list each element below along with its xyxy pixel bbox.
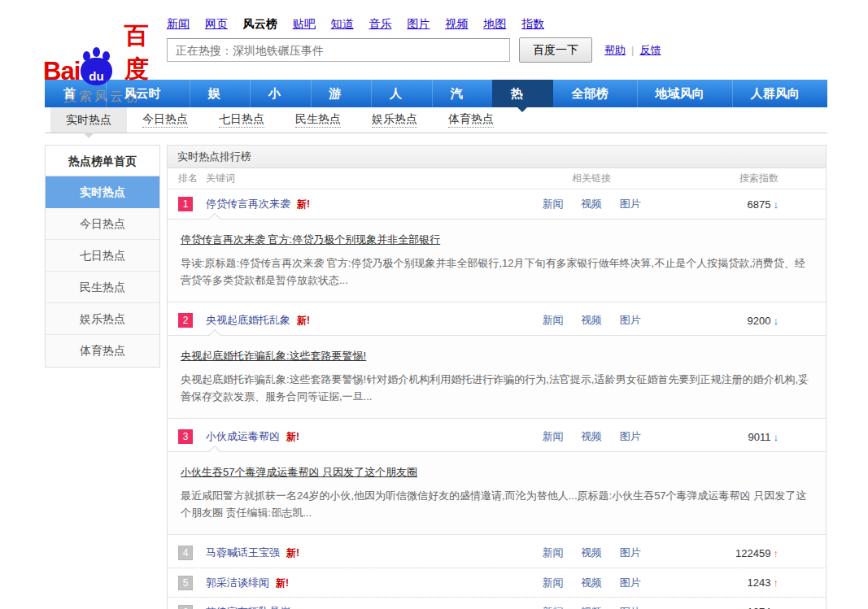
sidebar-item-sports[interactable]: 体育热点 [46, 335, 159, 367]
content-area: 热点榜单首页 实时热点 今日热点 七日热点 民生热点 娱乐热点 体育热点 实时热… [45, 145, 868, 609]
news-link[interactable]: 新闻 [542, 314, 563, 326]
news-link[interactable]: 新闻 [542, 576, 563, 589]
video-link[interactable]: 视频 [581, 198, 602, 210]
top-nav-fengyunbang[interactable]: 风云榜 [243, 17, 277, 30]
news-link[interactable]: 新闻 [542, 606, 563, 609]
detail-title-link[interactable]: 停贷传言再次来袭 官方:停贷乃极个别现象并非全部银行 [181, 233, 440, 247]
logo-text-baidu-cn: 百度 [113, 20, 161, 86]
keyword-link[interactable]: 马蓉喊话王宝强 [206, 546, 280, 559]
top-nav-index[interactable]: 指数 [521, 17, 544, 30]
rank-badge: 3 [178, 429, 193, 444]
news-link[interactable]: 新闻 [542, 198, 563, 210]
detail-description: 最近咸阳警方就抓获一名24岁的小伙,他因为听信微信好友的盛情邀请,而沦为替他人.… [181, 487, 811, 521]
sidebar-item-today[interactable]: 今日热点 [46, 208, 159, 240]
rank-badge: 2 [178, 313, 193, 328]
page-header: Bai du 百度 搜索风云榜 新闻 网页 风云榜 贴吧 知道 音乐 图片 视频… [0, 0, 868, 80]
keyword-link[interactable]: 小伙成运毒帮凶 [206, 430, 280, 442]
video-link[interactable]: 视频 [581, 546, 602, 559]
news-link[interactable]: 新闻 [542, 430, 563, 442]
main-nav-all-lists[interactable]: 全部榜单 [553, 80, 637, 107]
table-row: 1 停贷传言再次来袭新! 新闻 视频 图片 6875↓ [168, 189, 826, 219]
image-link[interactable]: 图片 [620, 430, 641, 442]
top-nav-music[interactable]: 音乐 [369, 17, 391, 30]
main-nav-home[interactable]: 首页 [45, 80, 106, 107]
image-link[interactable]: 图片 [620, 546, 641, 559]
trend-up-icon: ↑ [774, 547, 779, 559]
new-badge: 新! [297, 198, 310, 210]
baidu-search-button[interactable]: 百度一下 [519, 37, 592, 63]
sub-nav-sports[interactable]: 体育热点 [433, 107, 509, 133]
top-nav-map[interactable]: 地图 [483, 17, 506, 30]
help-link[interactable]: 帮助 [604, 44, 626, 56]
top-nav-video[interactable]: 视频 [445, 17, 468, 30]
table-header: 排名 关键词 相关链接 搜索指数 [168, 168, 826, 189]
sub-nav-seven-day[interactable]: 七日热点 [203, 107, 280, 133]
main-nav-hotspot[interactable]: 热点 [492, 80, 553, 107]
top-nav-news[interactable]: 新闻 [167, 17, 190, 30]
video-link[interactable]: 视频 [581, 606, 602, 609]
image-link[interactable]: 图片 [620, 606, 641, 609]
ranking-panel: 实时热点排行榜 排名 关键词 相关链接 搜索指数 1 停贷传言再次来袭新! 新闻… [167, 145, 827, 609]
keyword-link[interactable]: 菲律宾车辆坠悬崖 [206, 606, 290, 609]
video-link[interactable]: 视频 [581, 314, 602, 326]
news-link[interactable]: 新闻 [542, 546, 563, 559]
top-nav-web[interactable]: 网页 [205, 17, 228, 30]
keyword-link[interactable]: 央视起底婚托乱象 [206, 314, 290, 326]
sidebar-item-realtime[interactable]: 实时热点 [46, 176, 159, 208]
main-nav-entertainment[interactable]: 娱乐 [190, 80, 251, 107]
keyword-link[interactable]: 郭采洁谈绯闻 [206, 576, 269, 589]
table-row: 3 小伙成运毒帮凶新! 新闻 视频 图片 9011↓ [168, 422, 826, 451]
sub-nav-realtime[interactable]: 实时热点 [50, 107, 127, 133]
col-rank: 排名 [178, 172, 206, 185]
sidebar-item-livelihood[interactable]: 民生热点 [46, 272, 159, 303]
video-link[interactable]: 视频 [581, 576, 602, 589]
rank-badge: 4 [178, 546, 193, 560]
top-nav-tieba[interactable]: 贴吧 [293, 17, 316, 30]
detail-title-link[interactable]: 小伙生吞57个毒弹成运毒帮凶 只因发了这个朋友圈 [181, 465, 417, 480]
main-nav-novel[interactable]: 小说 [250, 80, 311, 107]
search-input[interactable] [167, 38, 510, 62]
new-badge: 新! [286, 547, 299, 559]
new-badge: 新! [276, 577, 289, 589]
col-keyword: 关键词 [206, 172, 522, 185]
main-nav-region-trend[interactable]: 地域风向标 [637, 80, 732, 107]
main-nav-game[interactable]: 游戏 [311, 80, 372, 107]
detail-title-link[interactable]: 央视起底婚托诈骗乱象:这些套路要警惕! [181, 349, 366, 363]
table-row: 2 央视起底婚托乱象新! 新闻 视频 图片 9200↓ [168, 306, 826, 335]
main-nav-people-trend[interactable]: 人群风向标 [732, 80, 827, 107]
sidebar-item-entertainment[interactable]: 娱乐热点 [46, 303, 159, 335]
trend-up-icon: ↑ [774, 606, 779, 609]
sidebar: 热点榜单首页 实时热点 今日热点 七日热点 民生热点 娱乐热点 体育热点 [45, 145, 160, 368]
col-index: 搜索指数 [661, 172, 779, 185]
main-nav-fengyun-news[interactable]: 风云时讯 [106, 80, 190, 107]
sub-nav-entertainment[interactable]: 娱乐热点 [356, 107, 433, 133]
top-nav-image[interactable]: 图片 [407, 17, 430, 30]
sub-nav-livelihood[interactable]: 民生热点 [280, 107, 356, 133]
video-link[interactable]: 视频 [581, 430, 602, 442]
new-badge: 新! [286, 431, 299, 442]
trend-up-icon: ↑ [774, 576, 779, 589]
sidebar-header[interactable]: 热点榜单首页 [46, 146, 159, 176]
main-nav-auto[interactable]: 汽车 [432, 80, 493, 107]
search-index-value: 6875 [748, 198, 771, 211]
col-links: 相关链接 [522, 172, 661, 185]
sidebar-item-seven-day[interactable]: 七日热点 [46, 240, 159, 272]
row-detail: 停贷传言再次来袭 官方:停贷乃极个别现象并非全部银行 导读:原标题:停贷传言再次… [168, 219, 826, 302]
main-nav: 首页 风云时讯 娱乐 小说 游戏 人物 汽车 热点 全部榜单 地域风向标 人群风… [45, 80, 827, 107]
keyword-link[interactable]: 停贷传言再次来袭 [206, 198, 290, 210]
main-nav-people[interactable]: 人物 [371, 80, 432, 107]
image-link[interactable]: 图片 [620, 198, 641, 210]
feedback-link[interactable]: 反馈 [639, 44, 661, 56]
search-bar: 百度一下 帮助|反馈 [167, 37, 661, 63]
image-link[interactable]: 图片 [620, 314, 641, 326]
rank-badge: 6 [178, 605, 193, 609]
top-nav-zhidao[interactable]: 知道 [331, 17, 354, 30]
help-links: 帮助|反馈 [604, 43, 661, 58]
row-detail: 小伙生吞57个毒弹成运毒帮凶 只因发了这个朋友圈 最近咸阳警方就抓获一名24岁的… [168, 451, 826, 535]
search-index-value: 122459 [735, 547, 770, 559]
table-row: 6 菲律宾车辆坠悬崖 新闻 视频 图片 1274↑ [168, 597, 826, 609]
row-detail: 央视起底婚托诈骗乱象:这些套路要警惕! 央视起底婚托诈骗乱象:这些套路要警惕!针… [168, 335, 826, 419]
detail-description: 导读:原标题:停贷传言再次来袭 官方:停贷乃极个别现象并非全部银行,12月下旬有… [181, 254, 811, 289]
sub-nav-today[interactable]: 今日热点 [127, 107, 203, 133]
image-link[interactable]: 图片 [620, 576, 641, 589]
